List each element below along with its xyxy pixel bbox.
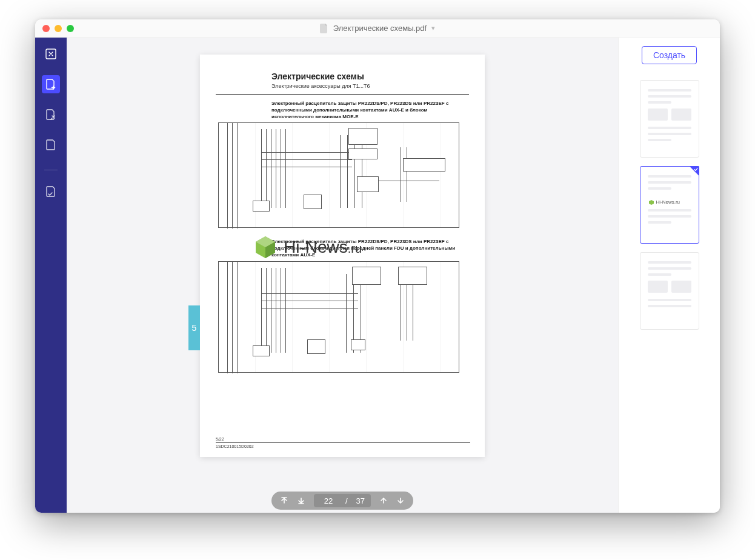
- sidebar-edit-page-tool[interactable]: [42, 105, 60, 124]
- template-thumb-1[interactable]: [640, 80, 699, 158]
- page-subtitle: Электрические аксессуары для T1...T6: [271, 83, 469, 89]
- svg-marker-4: [649, 200, 654, 205]
- create-button[interactable]: Создать: [642, 46, 697, 64]
- thumb-watermark: Hi-News.ru: [649, 199, 680, 205]
- minimize-window-button[interactable]: [55, 25, 62, 32]
- title-center[interactable]: Электрические схемы.pdf ▾: [320, 24, 435, 33]
- page-icon: [45, 139, 56, 151]
- arrow-up-icon: [379, 496, 388, 505]
- sidebar-add-page-tool[interactable]: [42, 75, 60, 93]
- chevron-down-icon: ▾: [431, 24, 435, 32]
- sidebar-blank-page-tool[interactable]: [42, 136, 60, 154]
- pager-first-button[interactable]: [278, 494, 291, 507]
- pager-separator: /: [345, 496, 348, 505]
- page-footer: 5/22 1SDC210015D0202: [216, 437, 470, 448]
- page-rule: [216, 94, 469, 95]
- pager: 22 / 37: [67, 492, 618, 513]
- titlebar: Электрические схемы.pdf ▾: [35, 19, 720, 38]
- close-box-icon: [45, 48, 56, 59]
- arrow-down-icon: [396, 496, 405, 505]
- right-panel: Создать Hi-News.ru: [618, 38, 720, 513]
- footer-code: 1SDC210015D0202: [216, 444, 470, 448]
- page-canvas[interactable]: 5 Электрические схемы Электрические аксе…: [67, 38, 618, 492]
- sidebar: [35, 38, 67, 513]
- schematic-diagram-1: [218, 122, 459, 228]
- window-controls: [42, 25, 74, 32]
- pager-prev-button[interactable]: [377, 494, 390, 507]
- page-plus-icon: [45, 78, 57, 90]
- document-icon: [320, 24, 328, 33]
- pager-total-pages: 37: [356, 496, 365, 505]
- pager-download-button[interactable]: [294, 494, 308, 507]
- sidebar-divider: [44, 170, 58, 170]
- document-title: Электрические схемы.pdf: [333, 24, 427, 33]
- pager-current-page[interactable]: 22: [320, 496, 337, 505]
- footer-page-number: 5/22: [216, 437, 470, 441]
- pager-readout: 22 / 37: [314, 494, 371, 507]
- app-window: Электрические схемы.pdf ▾: [35, 19, 720, 513]
- main-area: 5 Электрические схемы Электрические аксе…: [67, 38, 618, 513]
- page-section-tab: 5: [188, 305, 200, 350]
- template-thumbnails: Hi-News.ru: [640, 80, 699, 330]
- selected-check-icon: [690, 166, 699, 176]
- schematic-diagram-2: [218, 261, 459, 373]
- page-pencil-icon: [45, 108, 57, 121]
- close-window-button[interactable]: [42, 25, 50, 32]
- section-1-heading: Электронный расцепитель защиты PR222DS/P…: [271, 101, 459, 120]
- body: 5 Электрические схемы Электрические аксе…: [35, 38, 720, 513]
- pager-pill: 22 / 37: [271, 492, 413, 510]
- sidebar-close-tool[interactable]: [42, 45, 60, 63]
- arrow-down-bar-icon: [297, 496, 305, 505]
- document-page: 5 Электрические схемы Электрические аксе…: [200, 55, 485, 457]
- pager-next-button[interactable]: [394, 494, 407, 507]
- template-thumb-3[interactable]: [640, 252, 699, 330]
- page-title: Электрические схемы: [271, 72, 469, 81]
- zoom-window-button[interactable]: [67, 25, 74, 32]
- page-check-icon: [45, 185, 56, 198]
- section-2-heading: Электронный расцепитель защиты PR222DS/P…: [271, 239, 459, 258]
- sidebar-form-tool[interactable]: [42, 182, 60, 201]
- arrow-up-bar-icon: [280, 496, 288, 505]
- template-thumb-2[interactable]: Hi-News.ru: [640, 166, 699, 244]
